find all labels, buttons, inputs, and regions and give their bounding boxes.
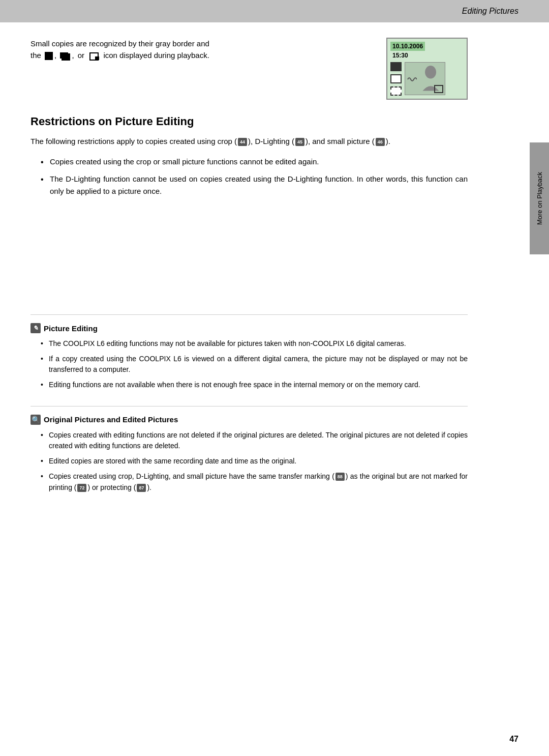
cam-icon-1: [390, 62, 402, 71]
display-body: [390, 62, 464, 96]
camera-display: 10.10.2006 15:30: [386, 38, 468, 100]
intro-line1: Small copies are recognized by their gra…: [30, 39, 209, 48]
svg-rect-4: [95, 56, 99, 60]
comma1: ,: [54, 51, 56, 60]
note1-list: The COOLPIX L6 editing functions may not…: [30, 338, 468, 391]
comma2: ,: [72, 51, 74, 60]
intro-text3: icon displayed during playback.: [103, 51, 209, 60]
bottom-corner-icon: [434, 85, 443, 93]
sidebar-tab-label: More on Playback: [536, 172, 543, 225]
ref-icon-2: 45: [295, 138, 304, 146]
squiggle-icon: [407, 75, 417, 83]
intro-the: the: [30, 51, 41, 60]
photo-area: [405, 62, 445, 95]
page-number: 47: [509, 735, 518, 744]
svg-rect-2: [62, 54, 70, 60]
icon-small-copy-3: [89, 52, 100, 60]
spacer: [30, 208, 468, 299]
ref-icon-88: 88: [336, 473, 345, 481]
header-bar: Editing Pictures: [0, 0, 549, 22]
note-picture-editing: ✎ Picture Editing The COOLPIX L6 editing…: [30, 314, 468, 391]
intro-section: Small copies are recognized by their gra…: [30, 38, 468, 100]
ref-icon-87: 87: [137, 484, 146, 492]
or-word: or: [78, 51, 84, 60]
cam-icon-3: [390, 86, 402, 96]
note-original-pictures: 🔍 Original Pictures and Edited Pictures …: [30, 406, 468, 493]
page: Editing Pictures More on Playback Small …: [0, 0, 549, 756]
cam-icon-2: [390, 74, 402, 83]
main-content: Small copies are recognized by their gra…: [0, 22, 498, 512]
restrictions-list: Copies created using the crop or small p…: [30, 156, 468, 197]
section-heading: Restrictions on Picture Editing: [30, 115, 468, 128]
svg-point-5: [425, 66, 436, 79]
note2-heading: 🔍 Original Pictures and Edited Pictures: [30, 415, 468, 425]
note1-item: If a copy created using the COOLPIX L6 i…: [41, 354, 468, 375]
note2-list: Copies created with editing functions ar…: [30, 430, 468, 493]
date-text: 10.10.2006: [390, 42, 425, 51]
note1-heading: ✎ Picture Editing: [30, 323, 468, 333]
note2-item: Copies created using crop, D-Lighting, a…: [41, 471, 468, 493]
section-intro-text: The following restrictions apply to copi…: [30, 135, 468, 148]
header-title: Editing Pictures: [462, 7, 518, 16]
camera-date: 10.10.2006: [390, 42, 464, 52]
sidebar-tab: More on Playback: [530, 142, 549, 254]
time-text: 15:30: [390, 52, 464, 59]
intro-text-block: Small copies are recognized by their gra…: [30, 38, 386, 62]
note2-item: Copies created with editing functions ar…: [41, 430, 468, 452]
list-item: Copies created using the crop or small p…: [41, 156, 468, 168]
list-item: The D-Lighting function cannot be used o…: [41, 173, 468, 197]
note1-item: Editing functions are not available when…: [41, 380, 468, 391]
ref-icon-1: 44: [238, 138, 247, 146]
ref-icon-72: 72: [77, 484, 86, 492]
icon-small-copy-1: [45, 52, 53, 60]
icons-column: [390, 62, 402, 96]
icon-small-copy-2: [60, 52, 70, 60]
note2-item: Edited copies are stored with the same r…: [41, 456, 468, 467]
ref-icon-3: 46: [376, 138, 385, 146]
note-icon-search: 🔍: [30, 415, 41, 425]
note-icon-pencil: ✎: [30, 323, 41, 333]
note1-item: The COOLPIX L6 editing functions may not…: [41, 338, 468, 350]
